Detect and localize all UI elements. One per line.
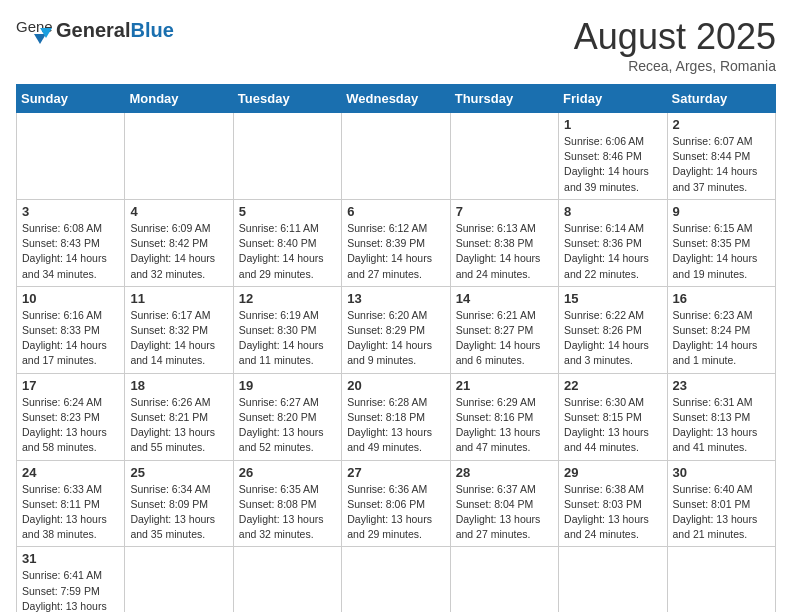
day-number: 30 [673, 465, 770, 480]
day-info: Sunrise: 6:11 AM Sunset: 8:40 PM Dayligh… [239, 221, 336, 282]
calendar-cell [233, 547, 341, 612]
calendar-cell: 5Sunrise: 6:11 AM Sunset: 8:40 PM Daylig… [233, 199, 341, 286]
logo-icon: General [16, 16, 52, 44]
day-number: 31 [22, 551, 119, 566]
calendar-cell: 24Sunrise: 6:33 AM Sunset: 8:11 PM Dayli… [17, 460, 125, 547]
day-number: 20 [347, 378, 444, 393]
day-info: Sunrise: 6:33 AM Sunset: 8:11 PM Dayligh… [22, 482, 119, 543]
calendar-cell: 10Sunrise: 6:16 AM Sunset: 8:33 PM Dayli… [17, 286, 125, 373]
calendar-cell: 31Sunrise: 6:41 AM Sunset: 7:59 PM Dayli… [17, 547, 125, 612]
day-info: Sunrise: 6:29 AM Sunset: 8:16 PM Dayligh… [456, 395, 553, 456]
day-info: Sunrise: 6:19 AM Sunset: 8:30 PM Dayligh… [239, 308, 336, 369]
calendar-cell: 13Sunrise: 6:20 AM Sunset: 8:29 PM Dayli… [342, 286, 450, 373]
day-number: 7 [456, 204, 553, 219]
day-info: Sunrise: 6:22 AM Sunset: 8:26 PM Dayligh… [564, 308, 661, 369]
calendar-cell: 7Sunrise: 6:13 AM Sunset: 8:38 PM Daylig… [450, 199, 558, 286]
day-info: Sunrise: 6:23 AM Sunset: 8:24 PM Dayligh… [673, 308, 770, 369]
location-subtitle: Recea, Arges, Romania [574, 58, 776, 74]
day-info: Sunrise: 6:35 AM Sunset: 8:08 PM Dayligh… [239, 482, 336, 543]
logo-blue: Blue [130, 19, 173, 41]
calendar-cell: 16Sunrise: 6:23 AM Sunset: 8:24 PM Dayli… [667, 286, 775, 373]
day-number: 6 [347, 204, 444, 219]
day-number: 11 [130, 291, 227, 306]
day-number: 12 [239, 291, 336, 306]
svg-marker-1 [34, 34, 46, 44]
calendar-cell [450, 113, 558, 200]
calendar-cell: 14Sunrise: 6:21 AM Sunset: 8:27 PM Dayli… [450, 286, 558, 373]
weekday-header: Sunday [17, 85, 125, 113]
calendar-cell: 15Sunrise: 6:22 AM Sunset: 8:26 PM Dayli… [559, 286, 667, 373]
day-number: 28 [456, 465, 553, 480]
calendar-cell [450, 547, 558, 612]
calendar-cell: 12Sunrise: 6:19 AM Sunset: 8:30 PM Dayli… [233, 286, 341, 373]
day-info: Sunrise: 6:20 AM Sunset: 8:29 PM Dayligh… [347, 308, 444, 369]
calendar-cell: 22Sunrise: 6:30 AM Sunset: 8:15 PM Dayli… [559, 373, 667, 460]
calendar-cell: 26Sunrise: 6:35 AM Sunset: 8:08 PM Dayli… [233, 460, 341, 547]
calendar-cell: 30Sunrise: 6:40 AM Sunset: 8:01 PM Dayli… [667, 460, 775, 547]
calendar-cell: 9Sunrise: 6:15 AM Sunset: 8:35 PM Daylig… [667, 199, 775, 286]
calendar-cell: 21Sunrise: 6:29 AM Sunset: 8:16 PM Dayli… [450, 373, 558, 460]
day-info: Sunrise: 6:08 AM Sunset: 8:43 PM Dayligh… [22, 221, 119, 282]
day-number: 29 [564, 465, 661, 480]
calendar-table: SundayMondayTuesdayWednesdayThursdayFrid… [16, 84, 776, 612]
calendar-cell: 17Sunrise: 6:24 AM Sunset: 8:23 PM Dayli… [17, 373, 125, 460]
day-number: 5 [239, 204, 336, 219]
day-number: 8 [564, 204, 661, 219]
logo-general: General [56, 19, 130, 41]
calendar-cell: 23Sunrise: 6:31 AM Sunset: 8:13 PM Dayli… [667, 373, 775, 460]
day-number: 22 [564, 378, 661, 393]
month-title: August 2025 [574, 16, 776, 58]
weekday-header: Friday [559, 85, 667, 113]
calendar-cell [233, 113, 341, 200]
calendar-cell: 3Sunrise: 6:08 AM Sunset: 8:43 PM Daylig… [17, 199, 125, 286]
day-number: 9 [673, 204, 770, 219]
day-info: Sunrise: 6:24 AM Sunset: 8:23 PM Dayligh… [22, 395, 119, 456]
day-info: Sunrise: 6:36 AM Sunset: 8:06 PM Dayligh… [347, 482, 444, 543]
day-number: 24 [22, 465, 119, 480]
day-info: Sunrise: 6:21 AM Sunset: 8:27 PM Dayligh… [456, 308, 553, 369]
day-info: Sunrise: 6:13 AM Sunset: 8:38 PM Dayligh… [456, 221, 553, 282]
calendar-cell: 4Sunrise: 6:09 AM Sunset: 8:42 PM Daylig… [125, 199, 233, 286]
calendar-cell: 27Sunrise: 6:36 AM Sunset: 8:06 PM Dayli… [342, 460, 450, 547]
calendar-cell [667, 547, 775, 612]
day-number: 18 [130, 378, 227, 393]
day-info: Sunrise: 6:38 AM Sunset: 8:03 PM Dayligh… [564, 482, 661, 543]
weekday-header: Monday [125, 85, 233, 113]
day-info: Sunrise: 6:30 AM Sunset: 8:15 PM Dayligh… [564, 395, 661, 456]
day-number: 10 [22, 291, 119, 306]
title-area: August 2025 Recea, Arges, Romania [574, 16, 776, 74]
calendar-week-row: 24Sunrise: 6:33 AM Sunset: 8:11 PM Dayli… [17, 460, 776, 547]
calendar-cell: 2Sunrise: 6:07 AM Sunset: 8:44 PM Daylig… [667, 113, 775, 200]
day-info: Sunrise: 6:14 AM Sunset: 8:36 PM Dayligh… [564, 221, 661, 282]
day-number: 27 [347, 465, 444, 480]
calendar-cell: 1Sunrise: 6:06 AM Sunset: 8:46 PM Daylig… [559, 113, 667, 200]
calendar-cell [559, 547, 667, 612]
day-number: 4 [130, 204, 227, 219]
day-number: 26 [239, 465, 336, 480]
day-info: Sunrise: 6:16 AM Sunset: 8:33 PM Dayligh… [22, 308, 119, 369]
header: General GeneralBlue August 2025 Recea, A… [16, 16, 776, 74]
calendar-cell [125, 547, 233, 612]
day-number: 16 [673, 291, 770, 306]
calendar-cell [17, 113, 125, 200]
day-info: Sunrise: 6:07 AM Sunset: 8:44 PM Dayligh… [673, 134, 770, 195]
day-number: 1 [564, 117, 661, 132]
calendar-week-row: 1Sunrise: 6:06 AM Sunset: 8:46 PM Daylig… [17, 113, 776, 200]
calendar-cell: 20Sunrise: 6:28 AM Sunset: 8:18 PM Dayli… [342, 373, 450, 460]
calendar-cell: 8Sunrise: 6:14 AM Sunset: 8:36 PM Daylig… [559, 199, 667, 286]
calendar-week-row: 3Sunrise: 6:08 AM Sunset: 8:43 PM Daylig… [17, 199, 776, 286]
calendar-cell: 28Sunrise: 6:37 AM Sunset: 8:04 PM Dayli… [450, 460, 558, 547]
day-number: 15 [564, 291, 661, 306]
day-info: Sunrise: 6:26 AM Sunset: 8:21 PM Dayligh… [130, 395, 227, 456]
day-info: Sunrise: 6:40 AM Sunset: 8:01 PM Dayligh… [673, 482, 770, 543]
calendar-week-row: 17Sunrise: 6:24 AM Sunset: 8:23 PM Dayli… [17, 373, 776, 460]
calendar-week-row: 10Sunrise: 6:16 AM Sunset: 8:33 PM Dayli… [17, 286, 776, 373]
day-number: 23 [673, 378, 770, 393]
calendar-cell: 29Sunrise: 6:38 AM Sunset: 8:03 PM Dayli… [559, 460, 667, 547]
weekday-header: Thursday [450, 85, 558, 113]
day-info: Sunrise: 6:17 AM Sunset: 8:32 PM Dayligh… [130, 308, 227, 369]
calendar-cell [342, 113, 450, 200]
weekday-header: Wednesday [342, 85, 450, 113]
calendar-cell: 18Sunrise: 6:26 AM Sunset: 8:21 PM Dayli… [125, 373, 233, 460]
day-info: Sunrise: 6:37 AM Sunset: 8:04 PM Dayligh… [456, 482, 553, 543]
